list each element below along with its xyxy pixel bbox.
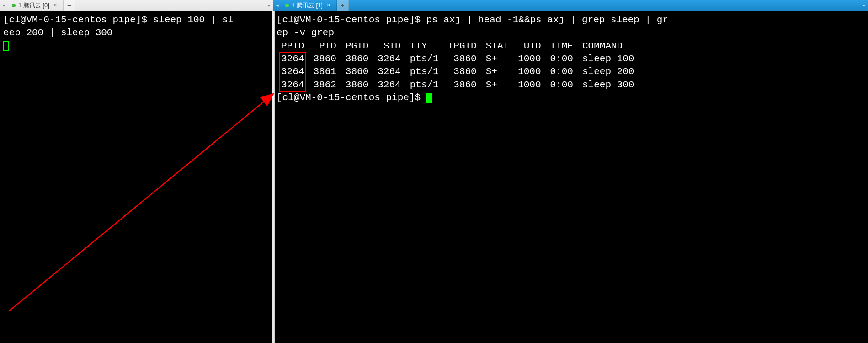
tab-label: 1 腾讯云 [1] (292, 1, 323, 10)
ps-cell-time: 0:00 (546, 79, 578, 91)
ps-header-tty: TTY (405, 40, 443, 53)
table-row: 3264386138603264pts/13860S+10000:00sleep… (277, 65, 639, 78)
ps-header-sid: SID (373, 40, 405, 53)
connection-status-icon (285, 4, 289, 7)
ps-cell-command: sleep 300 (578, 79, 639, 91)
ps-cell-sid: 3264 (373, 79, 405, 91)
ps-cell-time: 0:00 (546, 53, 578, 65)
ps-header-tpgid: TPGID (443, 40, 481, 53)
tabstrip-right: ◂ 1 腾讯云 [1] × + ▸ (273, 0, 868, 11)
connection-status-icon (12, 4, 16, 7)
command-text-line2: eep 200 | sleep 300 (3, 27, 112, 38)
add-tab-button[interactable]: + (64, 0, 75, 11)
ps-cell-stat: S+ (481, 53, 513, 65)
shell-prompt-2: [cl@VM-0-15-centos pipe]$ (277, 92, 421, 103)
ps-cell-pgid: 3860 (341, 53, 373, 65)
ps-header-ppid: PPID (277, 40, 309, 53)
tabs-scroll-left-icon[interactable]: ◂ (273, 0, 282, 11)
ps-header-uid: UID (513, 40, 545, 53)
ps-header-stat: STAT (481, 40, 513, 53)
tabs-scroll-right-icon[interactable]: ▸ (860, 0, 868, 11)
ps-cell-pid: 3861 (309, 65, 341, 78)
ps-cell-sid: 3264 (373, 65, 405, 78)
ps-cell-pgid: 3860 (341, 79, 373, 91)
shell-prompt: [cl@VM-0-15-centos pipe]$ (277, 15, 421, 25)
tabs-scroll-right-icon[interactable]: ▸ (265, 0, 273, 11)
ps-cell-stat: S+ (481, 79, 513, 91)
ps-output-table: PPIDPIDPGIDSIDTTYTPGIDSTATUIDTIMECOMMAND… (277, 40, 639, 91)
ps-cell-tpgid: 3860 (443, 65, 481, 78)
terminal-right[interactable]: [cl@VM-0-15-centos pipe]$ ps axj | head … (273, 11, 868, 343)
command-text-line1: ps axj | head -1&&ps axj | grep sleep | … (426, 15, 668, 25)
ps-header-time: TIME (546, 40, 578, 53)
ps-cell-uid: 1000 (513, 65, 545, 78)
ps-header-pid: PID (309, 40, 341, 53)
tab-left-0[interactable]: 1 腾讯云 [0] × (8, 0, 64, 11)
ps-cell-uid: 1000 (513, 53, 545, 65)
terminal-pane-left: ◂ 1 腾讯云 [0] × + ▸ [cl@VM-0-15-centos pip… (0, 0, 273, 343)
ps-cell-stat: S+ (481, 65, 513, 78)
ps-header-pgid: PGID (341, 40, 373, 53)
ps-cell-tty: pts/1 (405, 53, 443, 65)
terminal-left[interactable]: [cl@VM-0-15-centos pipe]$ sleep 100 | sl… (0, 11, 273, 343)
ppid-highlight-annotation (279, 52, 306, 92)
ps-cell-command: sleep 200 (578, 65, 639, 78)
command-text-line2: ep -v grep (277, 27, 334, 38)
cursor-icon (426, 93, 432, 103)
ps-cell-tpgid: 3860 (443, 79, 481, 91)
command-text-line1: sleep 100 | sl (153, 15, 234, 25)
shell-prompt: [cl@VM-0-15-centos pipe]$ (3, 15, 147, 25)
ps-cell-tty: pts/1 (405, 65, 443, 78)
ps-header-command: COMMAND (578, 40, 639, 53)
tabs-scroll-left-icon[interactable]: ◂ (0, 0, 8, 11)
ps-cell-sid: 3264 (373, 53, 405, 65)
ps-cell-tpgid: 3860 (443, 53, 481, 65)
ps-cell-time: 0:00 (546, 65, 578, 78)
ps-cell-uid: 1000 (513, 79, 545, 91)
ps-cell-tty: pts/1 (405, 79, 443, 91)
add-tab-button[interactable]: + (337, 0, 349, 11)
ps-cell-command: sleep 100 (578, 53, 639, 65)
tab-right-0[interactable]: 1 腾讯云 [1] × (282, 0, 337, 11)
tab-label: 1 腾讯云 [0] (18, 1, 49, 10)
ps-cell-pid: 3860 (309, 53, 341, 65)
pane-splitter[interactable] (272, 11, 275, 343)
ps-cell-pgid: 3860 (341, 65, 373, 78)
tabstrip-left: ◂ 1 腾讯云 [0] × + ▸ (0, 0, 273, 11)
table-row: 3264386238603264pts/13860S+10000:00sleep… (277, 79, 639, 91)
cursor-icon (3, 41, 9, 51)
terminal-pane-right: ◂ 1 腾讯云 [1] × + ▸ [cl@VM-0-15-centos pip… (273, 0, 868, 343)
table-row: 3264386038603264pts/13860S+10000:00sleep… (277, 53, 639, 65)
close-icon[interactable]: × (52, 2, 59, 9)
ps-cell-pid: 3862 (309, 79, 341, 91)
close-icon[interactable]: × (325, 2, 332, 9)
